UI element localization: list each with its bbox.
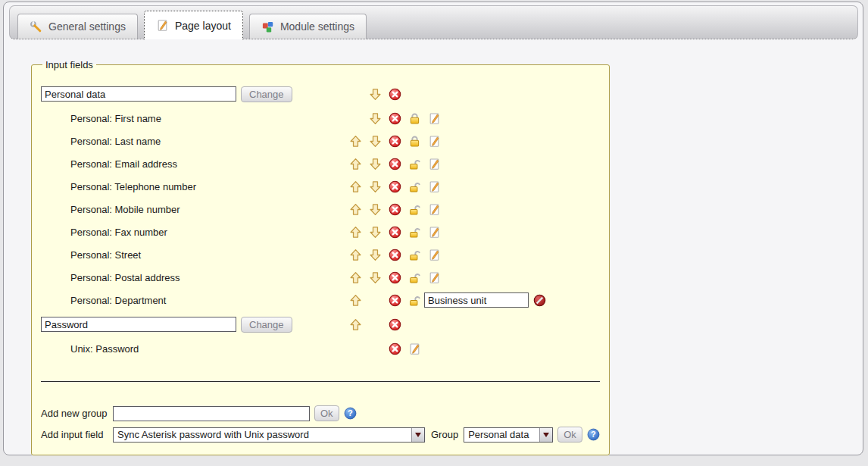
unlocked-icon[interactable] [408,271,421,284]
tab-content: Input fields ChangePersonal: First nameP… [4,39,863,455]
group-name-input[interactable] [41,317,236,332]
group-name-input[interactable] [41,86,236,102]
icon-cell [345,249,365,261]
delete-icon[interactable] [389,158,401,170]
field-row: Personal: First name [41,107,600,130]
move-up-icon[interactable] [349,249,362,261]
delete-icon[interactable] [389,318,401,331]
abort-icon[interactable] [533,294,546,307]
tab-bar: General settings Page layout Module sett… [9,5,858,39]
unlocked-icon[interactable] [408,294,421,307]
delete-icon[interactable] [389,271,401,284]
field-row: Personal: Postal address [41,266,600,289]
icon-cell [385,158,404,170]
add-group-input[interactable] [113,406,310,421]
move-down-icon[interactable] [369,112,382,125]
unlocked-icon[interactable] [408,249,421,261]
edit-icon[interactable] [428,226,441,239]
tab-page-layout[interactable]: Page layout [144,11,243,39]
delete-icon[interactable] [389,294,401,307]
field-row: Personal: Email address [41,152,600,175]
icon-cell [385,249,404,261]
help-icon[interactable] [587,428,600,441]
move-down-icon[interactable] [369,249,382,261]
add-field-select[interactable]: Sync Asterisk password with Unix passwor… [113,427,425,443]
edit-icon[interactable] [428,203,441,216]
separator [41,381,600,382]
move-down-icon[interactable] [369,135,382,148]
delete-icon[interactable] [389,88,401,101]
move-up-icon[interactable] [349,294,362,307]
unlocked-icon[interactable] [408,203,421,216]
move-down-icon[interactable] [369,88,382,101]
icon-cell [424,135,444,148]
icon-cell [385,135,404,148]
edit-icon[interactable] [428,135,441,148]
icon-cell [385,271,404,284]
chevron-down-icon[interactable] [539,428,552,442]
delete-icon[interactable] [389,135,401,148]
unlocked-icon[interactable] [408,180,421,193]
icon-cell [424,203,444,216]
delete-icon[interactable] [389,180,401,193]
icon-cell [345,226,365,239]
field-row: Personal: Street [41,243,600,266]
field-row: Personal: Telephone number [41,175,600,198]
icon-cell [365,135,385,148]
field-label: Personal: Telephone number [41,181,196,192]
delete-icon[interactable] [389,112,401,125]
content-panel: General settings Page layout Module sett… [3,2,863,455]
add-field-label: Add input field [41,429,113,440]
move-up-icon[interactable] [349,226,362,239]
move-up-icon[interactable] [349,203,362,216]
icon-cell [365,158,385,170]
field-value-input[interactable] [424,292,529,308]
delete-icon[interactable] [389,249,401,261]
move-up-icon[interactable] [349,135,362,148]
delete-icon[interactable] [389,203,401,216]
edit-icon[interactable] [428,180,441,193]
icon-cell [345,180,365,193]
icon-cell [385,112,404,125]
unlocked-icon[interactable] [408,226,421,239]
group-select[interactable]: Personal data [464,427,553,443]
icon-cell [404,158,424,170]
change-button[interactable]: Change [241,317,292,333]
delete-icon[interactable] [389,342,401,355]
icon-cell [365,226,385,239]
move-down-icon[interactable] [369,271,382,284]
locked-icon[interactable] [408,112,421,125]
icon-cell [365,88,385,101]
tab-module-settings[interactable]: Module settings [249,14,367,39]
delete-icon[interactable] [389,226,401,239]
move-down-icon[interactable] [369,226,382,239]
edit-icon[interactable] [428,158,441,170]
add-group-ok-button[interactable]: Ok [314,405,339,421]
chevron-down-icon[interactable] [411,428,424,442]
icon-cell [345,318,365,331]
move-up-icon[interactable] [349,180,362,193]
tab-general-settings[interactable]: General settings [17,14,138,39]
icon-cell [404,294,424,307]
edit-icon[interactable] [428,271,441,284]
move-down-icon[interactable] [369,158,382,170]
group-row: Change [41,311,600,337]
help-icon[interactable] [344,407,357,420]
icon-cell [345,271,365,284]
unlocked-icon[interactable] [408,158,421,170]
edit-icon[interactable] [428,249,441,261]
icon-cell [365,112,385,125]
field-row: Personal: Department [41,289,600,311]
change-button[interactable]: Change [241,86,292,102]
add-field-ok-button[interactable]: Ok [557,427,582,443]
move-up-icon[interactable] [349,271,362,284]
field-row: Personal: Mobile number [41,198,600,220]
edit-icon[interactable] [428,112,441,125]
move-down-icon[interactable] [369,180,382,193]
edit-icon[interactable] [408,342,421,355]
locked-icon[interactable] [408,135,421,148]
move-down-icon[interactable] [369,203,382,216]
fieldset-legend: Input fields [42,59,96,70]
move-up-icon[interactable] [349,158,362,170]
move-up-icon[interactable] [349,318,362,331]
